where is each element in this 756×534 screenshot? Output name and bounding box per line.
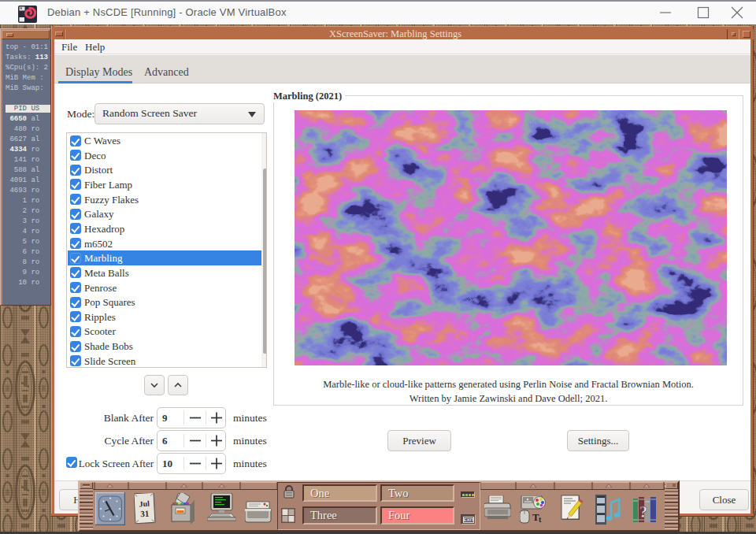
svg-text:31: 31 [140,509,150,519]
svg-text:?: ? [639,503,647,521]
svg-text:Jul: Jul [139,499,150,509]
svg-text:t: t [539,515,542,524]
